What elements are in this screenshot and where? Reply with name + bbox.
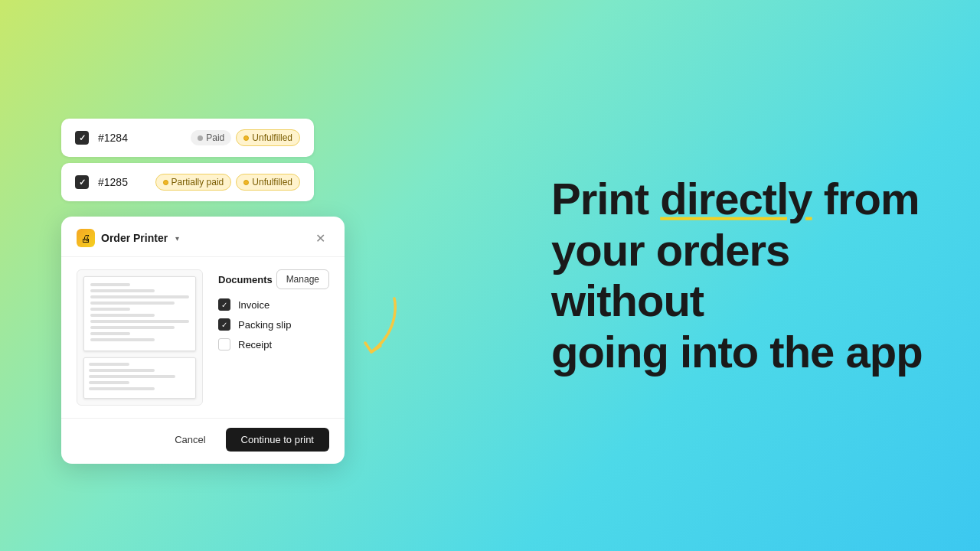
dialog-title: Order Printer xyxy=(101,232,168,244)
badge-paid-1284: Paid xyxy=(191,130,231,145)
documents-label: Documents xyxy=(218,274,273,285)
headline-line2: your orders without xyxy=(551,224,789,325)
packing-slip-preview xyxy=(83,357,196,399)
dialog-body: Documents Manage Invoice Packing slip Re… xyxy=(61,257,345,418)
doc-item-packing-slip[interactable]: Packing slip xyxy=(218,318,329,331)
unfulfilled-dot-1 xyxy=(243,135,249,141)
receipt-checkbox[interactable] xyxy=(218,338,230,350)
cancel-button[interactable]: Cancel xyxy=(162,428,217,452)
dialog-title-area: 🖨 Order Printer ▾ xyxy=(77,229,179,247)
receipt-label: Receipt xyxy=(238,339,272,350)
packing-slip-checkbox[interactable] xyxy=(218,318,230,331)
highlight-directly: directly xyxy=(660,174,812,223)
badge-unfulfilled-1285: Unfulfilled xyxy=(236,174,300,191)
doc-item-invoice[interactable]: Invoice xyxy=(218,298,329,311)
badge-unfulfilled-1284: Unfulfilled xyxy=(236,129,300,146)
order-checkbox-1285[interactable] xyxy=(75,175,89,189)
manage-button[interactable]: Manage xyxy=(276,269,329,289)
left-panel: #1284 Paid Unfulfilled #1285 Partially p… xyxy=(61,119,475,464)
right-panel: Print directly from your orders without … xyxy=(551,174,934,378)
order-badges-1285: Partially paid Unfulfilled xyxy=(155,174,300,191)
doc-item-receipt[interactable]: Receipt xyxy=(218,338,329,350)
document-preview xyxy=(77,269,203,406)
order-id-1284: #1284 xyxy=(98,132,181,144)
order-printer-dialog: 🖨 Order Printer ▾ ✕ xyxy=(61,217,345,464)
badge-partially-paid-1285: Partially paid xyxy=(155,174,232,191)
packing-slip-label: Packing slip xyxy=(238,319,291,331)
order-row-1285[interactable]: #1285 Partially paid Unfulfilled xyxy=(61,163,314,201)
order-checkbox-1284[interactable] xyxy=(75,131,89,145)
app-icon: 🖨 xyxy=(77,229,95,247)
dialog-header: 🖨 Order Printer ▾ ✕ xyxy=(61,217,345,257)
dropdown-arrow-icon[interactable]: ▾ xyxy=(175,234,179,243)
partially-paid-dot xyxy=(163,180,168,185)
documents-section: Documents Manage Invoice Packing slip Re… xyxy=(218,269,329,406)
continue-to-print-button[interactable]: Continue to print xyxy=(226,428,329,452)
headline-line1: Print directly from xyxy=(551,174,920,223)
headline-line3: going into the app xyxy=(551,327,923,377)
invoice-label: Invoice xyxy=(238,299,270,311)
order-id-1285: #1285 xyxy=(98,176,146,188)
arrow-decoration xyxy=(348,291,410,370)
invoice-preview xyxy=(83,276,196,351)
headline: Print directly from your orders without … xyxy=(551,174,934,378)
dialog-footer: Cancel Continue to print xyxy=(61,418,345,464)
order-badges-1284: Paid Unfulfilled xyxy=(191,129,300,146)
documents-header: Documents Manage xyxy=(218,269,329,289)
close-button[interactable]: ✕ xyxy=(311,229,329,247)
invoice-checkbox[interactable] xyxy=(218,298,230,311)
paid-dot xyxy=(198,135,203,141)
order-row-1284[interactable]: #1284 Paid Unfulfilled xyxy=(61,119,314,157)
unfulfilled-dot-2 xyxy=(243,180,249,185)
order-rows: #1284 Paid Unfulfilled #1285 Partially p… xyxy=(61,119,475,201)
